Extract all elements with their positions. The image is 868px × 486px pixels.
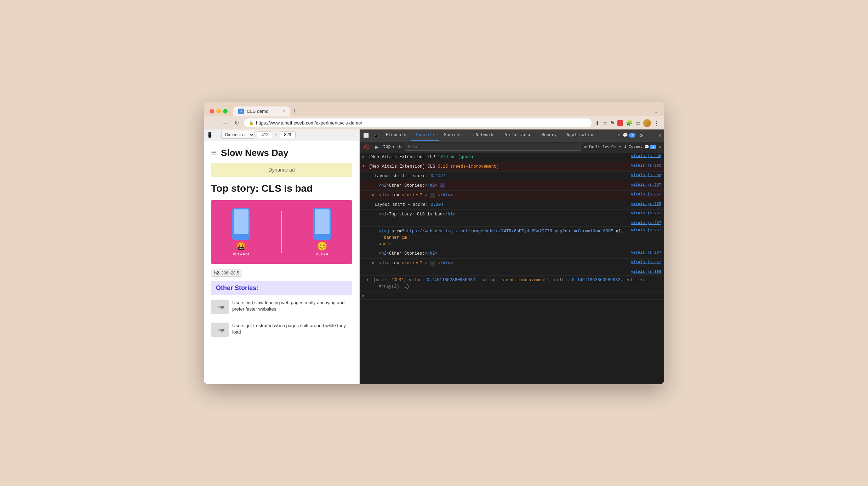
dim-separator: × (275, 132, 278, 137)
sidebar-icon[interactable]: ▭ (635, 120, 640, 126)
expand-icon-div1[interactable]: ▶ (372, 193, 377, 197)
blank1-source[interactable]: vitals.js:267 (631, 221, 661, 225)
tab-performance[interactable]: Performance (498, 130, 536, 141)
dimensions-select[interactable]: Dimensio... (221, 131, 255, 139)
tab-sources[interactable]: Sources (439, 130, 467, 141)
cls-source[interactable]: vitals.js:235 (631, 163, 661, 168)
width-input[interactable] (257, 131, 273, 138)
element-dimensions: 396×28.5 (221, 271, 239, 276)
bookmark-icon[interactable]: ☆ (603, 120, 607, 126)
divider (281, 211, 282, 253)
h2-tag-source[interactable]: vitals.js:267 (631, 183, 661, 187)
collapse-icon[interactable]: ▶ (362, 294, 367, 298)
tab-bar: ✦ CLS demo × + ⌄ (233, 106, 658, 116)
console-content-layout2: Layout shift – score: 0.004 vitals.js:26… (375, 202, 661, 208)
console-row-object: ▶ {name: 'CLS', value: 0.145118628609869… (360, 276, 664, 291)
layout2-source[interactable]: vitals.js:265 (631, 202, 661, 206)
inspect-element-button[interactable]: ⬜ (361, 130, 371, 141)
bad-cls-demo: 🤬 CLS = 0.44 (232, 208, 250, 256)
devtools-close-button[interactable]: × (657, 131, 663, 140)
tab-title: CLS demo (247, 109, 268, 114)
img-source[interactable]: vitals.js:267 (631, 228, 661, 232)
devtools-panel: ⬜ 📱 Elements Console Sources ⚠ Network P… (360, 129, 664, 384)
more-menu-icon[interactable]: ⋮ (654, 120, 659, 126)
red-square-icon[interactable] (617, 120, 623, 126)
story-item-2: Image Users get frustrated when pages sh… (211, 318, 352, 341)
minimize-traffic-light[interactable] (216, 109, 221, 114)
expand-icon-cls[interactable]: ▼ (362, 164, 367, 168)
blank2-source[interactable]: vitals.js:308 (631, 270, 661, 274)
console-gear-icon[interactable]: ⚙ (659, 144, 661, 150)
tab-memory[interactable]: Memory (536, 130, 561, 141)
expand-icon-object[interactable]: ▶ (367, 278, 371, 282)
webpage-viewport: ☰ Slow News Day Dynamic ad Top story: CL… (204, 140, 359, 384)
console-content-cls: [Web Vitals Extension] CLS 0.15 (needs-i… (369, 163, 661, 170)
back-button[interactable]: ← (209, 119, 217, 127)
flag-icon[interactable]: ⚑ (610, 120, 615, 126)
reload-button[interactable]: ↻ (233, 119, 240, 127)
default-levels-dropdown[interactable]: Default levels ▾ (584, 145, 621, 149)
profile-avatar[interactable] (643, 119, 651, 127)
tab-console[interactable]: Console (411, 130, 439, 141)
main-headline: Top story: CLS is bad (211, 183, 352, 195)
console-filter-input[interactable] (405, 143, 581, 151)
share-icon[interactable]: ⬆ (595, 120, 600, 126)
more-options-icon[interactable]: ⋮ (352, 132, 356, 138)
device-toolbar-icon[interactable]: 📱 (207, 132, 213, 138)
tab-network[interactable]: ⚠ Network (467, 129, 498, 141)
console-text-lcp: [Web Vitals Extension] LCP 1816 ms (good… (369, 154, 628, 160)
console-content-h2: <h2>Other Stories:</h2> ▭ vitals.js:267 (379, 183, 661, 189)
expand-icon-div2[interactable]: ▶ (372, 261, 377, 265)
devtools-tab-icons: » 💬 1 ⚙ ⋮ × (618, 131, 663, 140)
eye-button[interactable]: 👁 (398, 144, 402, 150)
console-badge: 1 (629, 133, 635, 138)
console-play-button[interactable]: ▶ (374, 144, 380, 150)
h1-source[interactable]: vitals.js:267 (631, 211, 661, 215)
fullscreen-traffic-light[interactable] (223, 109, 228, 114)
top-context-dropdown[interactable]: top ▾ (383, 144, 395, 150)
more-tabs-icon[interactable]: » (618, 133, 621, 138)
traffic-lights (210, 109, 228, 114)
tab-elements[interactable]: Elements (381, 130, 411, 141)
cls-good-label: CLS = 0 (316, 253, 328, 256)
devtools-tabs: ⬜ 📱 Elements Console Sources ⚠ Network P… (360, 129, 664, 141)
console-output[interactable]: ▶ [Web Vitals Extension] LCP 1816 ms (go… (360, 152, 664, 384)
active-tab[interactable]: ✦ CLS demo × (233, 106, 290, 116)
devtools-settings-button[interactable]: ⚙ (638, 131, 645, 140)
clear-console-button[interactable]: 🚫 (362, 144, 371, 150)
devtools-more-button[interactable]: ⋮ (647, 131, 655, 140)
bad-cls-emoji: 🤬 (236, 241, 246, 251)
extensions-icon[interactable]: 🧩 (626, 120, 633, 126)
story-text-1: Users find slow-loading web pages really… (232, 300, 352, 312)
device-toolbar-toggle[interactable]: 📱 (371, 130, 381, 141)
console-content-object: {name: 'CLS', value: 0.14511862860986932… (373, 277, 661, 290)
bad-cls-phone (232, 208, 250, 240)
lock-icon: 🔒 (249, 121, 254, 125)
height-input[interactable] (280, 131, 296, 138)
lcp-source[interactable]: vitals.js:235 (631, 154, 661, 158)
console-row-h2-tag: <h2>Other Stories:</h2> ▭ vitals.js:267 (360, 181, 664, 191)
other-stories-section: Other Stories: Image Users find slow-loa… (211, 281, 352, 341)
h2-tag2-source[interactable]: vitals.js:267 (631, 250, 661, 255)
tab-close-button[interactable]: × (282, 109, 285, 114)
close-traffic-light[interactable] (210, 109, 214, 114)
tab-application[interactable]: Application (562, 130, 600, 141)
div-stories2-source[interactable]: vitals.js:267 (631, 260, 661, 264)
console-row-blank2: vitals.js:308 (360, 268, 664, 276)
expand-icon-lcp[interactable]: ▶ (362, 155, 367, 159)
tab-minimize-icon[interactable]: ⌄ (654, 108, 658, 115)
url-bar[interactable]: 🔒 https://www.tunetheweb.com/experiments… (244, 118, 592, 127)
layout1-source[interactable]: vitals.js:265 (631, 173, 661, 177)
console-row-div-stories2: ▶ <div id="stories" > … </div> vitals.js… (360, 259, 664, 268)
good-cls-emoji: 😊 (317, 241, 327, 251)
hamburger-icon[interactable]: ☰ (211, 149, 217, 157)
console-content-div2: <div id="stories" > … </div> vitals.js:2… (379, 260, 661, 266)
forward-button[interactable]: → (221, 119, 229, 127)
inspect-icon[interactable]: ⊹ (215, 132, 219, 138)
div-stories1-source[interactable]: vitals.js:267 (631, 192, 661, 196)
console-text-layout2: Layout shift – score: 0.004 (375, 202, 628, 208)
new-tab-button[interactable]: + (290, 106, 299, 116)
console-row-div-stories1: ▶ <div id="stories" > … </div> vitals.js… (360, 191, 664, 200)
console-row-img: <img src="https://web-dev.imgix.net/imag… (360, 227, 664, 249)
site-title: Slow News Day (221, 147, 289, 158)
